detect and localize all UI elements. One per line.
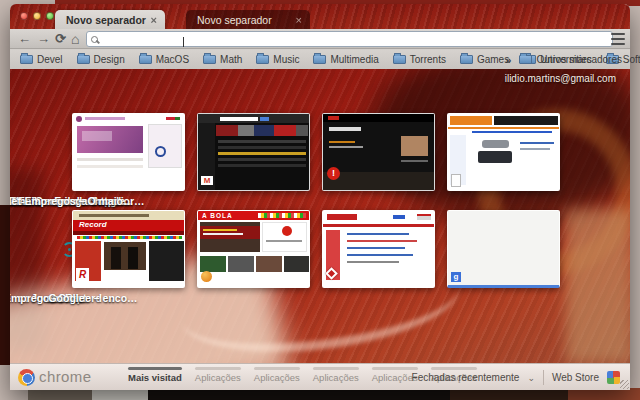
- site-line: [329, 146, 363, 148]
- bookmark-label: Design: [94, 54, 125, 65]
- site-line: [520, 142, 554, 144]
- toolbar: ← → ⟳ ⌂: [10, 29, 630, 49]
- site-flags: [166, 117, 180, 120]
- folder-icon: [77, 55, 90, 64]
- mail-row: [218, 158, 306, 161]
- folder-icon: [460, 55, 473, 64]
- ball-icon: [201, 271, 212, 282]
- recently-closed-menu[interactable]: Fechadas recentemente: [412, 372, 520, 383]
- site-line: [520, 148, 550, 150]
- bookmark-folder-devel[interactable]: Devel: [20, 54, 63, 65]
- job-link: [347, 254, 413, 256]
- site-rule: [448, 127, 560, 129]
- web-store-icon[interactable]: [607, 371, 620, 384]
- site-topbar: [323, 114, 435, 122]
- thumbnail-label[interactable]: Google: [10, 292, 129, 304]
- site-logo: [328, 116, 339, 120]
- forward-icon[interactable]: →: [37, 29, 50, 49]
- photo-figure: [128, 247, 138, 269]
- thumbnail-gmail[interactable]: M: [197, 113, 310, 191]
- bookmark-folder-design[interactable]: Design: [77, 54, 125, 65]
- thumbnail-empregos-online[interactable]: [322, 210, 435, 288]
- site-text: [85, 117, 125, 120]
- web-store-link[interactable]: Web Store: [552, 372, 599, 383]
- headline-text: [203, 233, 243, 235]
- thumbnail-label[interactable]: Net-Empregos – O maio…: [10, 195, 129, 207]
- gmail-favicon: M: [201, 176, 213, 185]
- document-icon: [451, 174, 461, 187]
- omnibox-input[interactable]: [102, 33, 608, 45]
- reload-icon[interactable]: ⟳: [55, 29, 66, 49]
- site-line: [266, 240, 302, 242]
- bookmark-folder-multimedia[interactable]: Multimedia: [313, 54, 378, 65]
- job-link: [347, 261, 399, 263]
- user-email: ilidio.martins@gmail.com: [505, 73, 616, 84]
- google-favicon: g: [451, 272, 461, 282]
- bookmark-label: Math: [220, 54, 242, 65]
- thumbnail-load-failed[interactable]: !: [322, 113, 435, 191]
- bookmark-folder-macos[interactable]: MacOS: [139, 54, 189, 65]
- walkme-tooltip: [478, 151, 512, 163]
- site-sidebar: [148, 124, 182, 168]
- tab-novo-separador-inactive[interactable]: Novo separador ×: [186, 10, 310, 29]
- thumbnail-esenfc[interactable]: [72, 113, 185, 191]
- bookmarks-bar: Devel Design MacOS Math Music Multimedia…: [10, 50, 630, 70]
- error-icon: !: [327, 167, 340, 180]
- section-aplicacoes-3[interactable]: Aplicações: [313, 367, 359, 383]
- bookmark-label: MacOS: [156, 54, 189, 65]
- thumbnail-record[interactable]: Record R: [72, 210, 185, 288]
- window-minimize-button[interactable]: [33, 12, 41, 20]
- bookmark-folder-torrents[interactable]: Torrents: [393, 54, 446, 65]
- chrome-brand-label: chrome: [39, 368, 91, 385]
- site-links: [472, 131, 552, 133]
- folder-icon: [519, 55, 532, 64]
- job-link: [347, 240, 417, 242]
- section-indicator: [128, 367, 182, 370]
- job-link: [347, 247, 405, 249]
- window-zoom-button[interactable]: [46, 12, 54, 20]
- other-bookmarks-button[interactable]: Outros marcadores: [519, 54, 622, 65]
- folder-icon: [20, 55, 33, 64]
- bookmark-folder-games[interactable]: Games: [460, 54, 509, 65]
- resize-grip[interactable]: [620, 380, 629, 389]
- home-icon[interactable]: ⌂: [71, 29, 79, 49]
- folder-icon: [203, 55, 216, 64]
- bookmark-label: Torrents: [410, 54, 446, 65]
- thumbnail-abola[interactable]: A BOLA: [197, 210, 310, 288]
- tab-strip: Novo separador × Novo separador ×: [10, 4, 630, 29]
- tab-close-icon[interactable]: ×: [151, 14, 157, 26]
- record-logo: Record: [79, 220, 107, 229]
- mail-row: [218, 146, 306, 149]
- bookmarks-right-group: » Outros marcadores: [505, 54, 622, 66]
- thumbnail-netempregos[interactable]: [447, 113, 560, 191]
- folder-icon: [393, 55, 406, 64]
- chevron-down-icon[interactable]: ⌄: [527, 373, 535, 383]
- bookmarks-overflow-icon[interactable]: »: [505, 54, 511, 66]
- banner-text: [82, 131, 112, 141]
- site-heading: [329, 127, 361, 131]
- section-label: Aplicações: [254, 372, 300, 383]
- record-favicon: R: [76, 268, 89, 281]
- tab-close-icon[interactable]: ×: [296, 14, 302, 26]
- section-mais-visitado[interactable]: Mais visitad: [128, 367, 182, 383]
- folder-icon: [313, 55, 326, 64]
- mail-row: [218, 152, 306, 155]
- menu-icon[interactable]: [611, 33, 625, 45]
- bookmark-folder-math[interactable]: Math: [203, 54, 242, 65]
- section-label: Mais visitad: [128, 372, 182, 383]
- partner-logo: [393, 215, 405, 219]
- walkme-badge: [482, 140, 509, 148]
- bookmark-folder-music[interactable]: Music: [256, 54, 299, 65]
- site-emblem: [155, 146, 166, 157]
- omnibox[interactable]: [86, 31, 613, 47]
- site-logo: [76, 116, 82, 122]
- abola-logo: A BOLA: [202, 212, 233, 219]
- thumbnail-google[interactable]: g: [447, 210, 560, 288]
- window-close-button[interactable]: [20, 12, 28, 20]
- tab-title: Novo separador: [66, 14, 147, 26]
- back-icon[interactable]: ←: [18, 29, 31, 49]
- section-aplicacoes-2[interactable]: Aplicações: [254, 367, 300, 383]
- tab-novo-separador-active[interactable]: Novo separador ×: [55, 10, 165, 29]
- section-aplicacoes-1[interactable]: Aplicações: [195, 367, 241, 383]
- photo-strip: [200, 256, 309, 272]
